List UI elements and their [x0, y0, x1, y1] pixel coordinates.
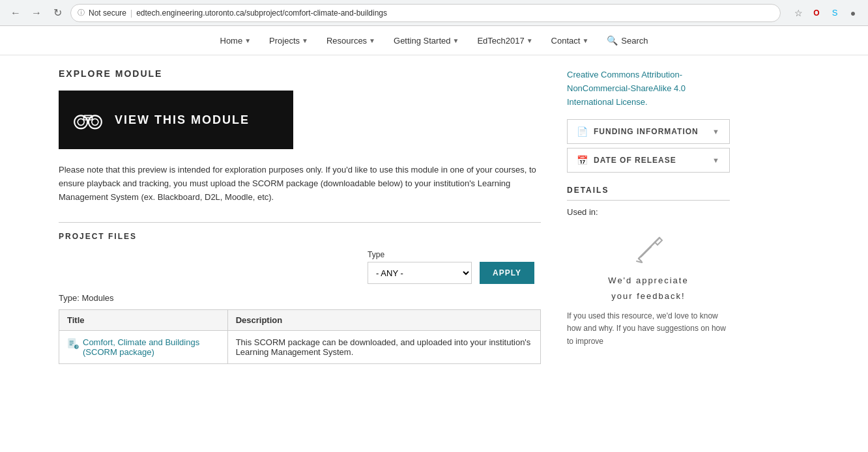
- funding-information-header[interactable]: 📄 FUNDING INFORMATION ▼: [568, 120, 729, 143]
- nav-search[interactable]: 🔍 Search: [598, 35, 657, 46]
- skype-icon[interactable]: S: [828, 6, 842, 20]
- filter-type-label: Type: [368, 250, 472, 259]
- nav-projects[interactable]: Projects ▼: [260, 26, 317, 55]
- forward-button[interactable]: →: [29, 5, 44, 21]
- reload-button[interactable]: ↻: [50, 5, 65, 21]
- module-banner[interactable]: VIEW THIS MODULE: [59, 91, 293, 149]
- license-link[interactable]: Creative Commons Attribution-NonCommerci…: [567, 70, 686, 107]
- nav-contact[interactable]: Contact ▼: [542, 26, 598, 55]
- file-description-cell: This SCORM package can be downloaded, an…: [227, 331, 540, 364]
- url-text: edtech.engineering.utoronto.ca/subprojec…: [136, 8, 387, 18]
- svg-point-2: [78, 119, 84, 125]
- filter-group: Type - ANY -: [368, 250, 472, 284]
- nav-getting-started-chevron: ▼: [452, 37, 459, 44]
- pencil-icon: [632, 233, 665, 265]
- security-label: Not secure: [89, 8, 126, 18]
- funding-label: FUNDING INFORMATION: [594, 127, 699, 136]
- col-description: Description: [227, 310, 540, 331]
- filter-row: Type - ANY - APPLY: [59, 250, 541, 284]
- nav-edtech2017[interactable]: EdTech2017 ▼: [468, 26, 542, 55]
- project-files-section: PROJECT FILES Type - ANY - APPLY Type: M…: [59, 222, 541, 364]
- project-files-title: PROJECT FILES: [59, 222, 541, 241]
- feedback-text: If you used this resource, we'd love to …: [567, 310, 730, 348]
- nav-projects-chevron: ▼: [302, 37, 308, 44]
- svg-rect-8: [70, 341, 74, 342]
- sidebar: Creative Commons Attribution-NonCommerci…: [560, 55, 743, 384]
- search-label: Search: [621, 36, 648, 46]
- svg-line-13: [639, 242, 655, 259]
- explore-module-title: EXPLORE MODULE: [59, 68, 541, 79]
- date-chevron: ▼: [712, 156, 720, 164]
- nav-resources-chevron: ▼: [369, 37, 375, 44]
- date-of-release-accordion: 📅 DATE OF RELEASE ▼: [567, 148, 730, 173]
- accordion-section: 📄 FUNDING INFORMATION ▼ 📅 DATE OF RELEAS…: [567, 119, 730, 173]
- apply-button[interactable]: APPLY: [480, 262, 534, 284]
- accordion-left-2: 📅 DATE OF RELEASE: [577, 155, 676, 165]
- nav-home[interactable]: Home ▼: [211, 26, 261, 55]
- file-title-text: Comfort, Climate and Buildings (SCORM pa…: [83, 337, 220, 357]
- nav-resources[interactable]: Resources ▼: [317, 26, 384, 55]
- nav-edtech2017-chevron: ▼: [527, 37, 533, 44]
- module-banner-text: VIEW THIS MODULE: [115, 113, 250, 127]
- scorm-file-icon: @: [67, 338, 79, 350]
- used-in-label: Used in:: [567, 207, 730, 217]
- main-content: EXPLORE MODULE VIEW THIS MODULE Please n…: [0, 55, 560, 384]
- details-section: DETAILS Used in: We'd a: [567, 186, 730, 354]
- nav-home-chevron: ▼: [244, 37, 251, 44]
- details-title: DETAILS: [567, 186, 730, 201]
- browser-chrome: ← → ↻ ⓘ Not secure | edtech.engineering.…: [0, 0, 868, 26]
- svg-rect-9: [70, 343, 74, 344]
- file-title-cell: @ Comfort, Climate and Buildings (SCORM …: [59, 331, 228, 364]
- nav-getting-started[interactable]: Getting Started ▼: [384, 26, 468, 55]
- table-body: @ Comfort, Climate and Buildings (SCORM …: [59, 331, 541, 364]
- preview-note: Please note that this preview is intende…: [59, 163, 541, 204]
- funding-chevron: ▼: [712, 128, 720, 135]
- file-link[interactable]: @ Comfort, Climate and Buildings (SCORM …: [67, 337, 220, 357]
- funding-information-accordion: 📄 FUNDING INFORMATION ▼: [567, 119, 730, 144]
- funding-icon: 📄: [577, 126, 588, 137]
- table-head: Title Description: [59, 310, 541, 331]
- svg-rect-10: [70, 345, 73, 345]
- bookmark-icon[interactable]: ☆: [791, 6, 805, 20]
- date-of-release-header[interactable]: 📅 DATE OF RELEASE ▼: [568, 148, 729, 172]
- type-label: Type: Modules: [59, 293, 541, 303]
- browser-icon-group: ☆ O S ●: [791, 6, 860, 20]
- account-icon[interactable]: ●: [846, 6, 860, 20]
- url-bar[interactable]: ⓘ Not secure | edtech.engineering.utoron…: [70, 4, 781, 22]
- col-title: Title: [59, 310, 228, 331]
- site-nav: Home ▼ Projects ▼ Resources ▼ Getting St…: [0, 26, 868, 55]
- type-filter-select[interactable]: - ANY -: [368, 262, 472, 284]
- files-table: Title Description: [59, 309, 541, 364]
- table-header-row: Title Description: [59, 310, 541, 331]
- nav-contact-chevron: ▼: [582, 37, 588, 44]
- date-label: DATE OF RELEASE: [594, 156, 676, 165]
- svg-text:@: @: [76, 346, 79, 349]
- back-button[interactable]: ←: [8, 5, 23, 21]
- security-icon: ⓘ: [78, 8, 85, 18]
- feedback-box: We'd appreciate your feedback! If you us…: [567, 226, 730, 354]
- opera-icon[interactable]: O: [809, 6, 824, 20]
- svg-point-3: [92, 119, 98, 125]
- page-wrapper: EXPLORE MODULE VIEW THIS MODULE Please n…: [0, 55, 868, 384]
- binoculars-icon: [72, 104, 104, 136]
- search-icon: 🔍: [607, 35, 618, 46]
- date-icon: 📅: [577, 155, 588, 165]
- table-row: @ Comfort, Climate and Buildings (SCORM …: [59, 331, 541, 364]
- url-separator: |: [130, 8, 132, 18]
- feedback-heading: We'd appreciate your feedback!: [567, 273, 730, 304]
- accordion-left: 📄 FUNDING INFORMATION: [577, 126, 699, 137]
